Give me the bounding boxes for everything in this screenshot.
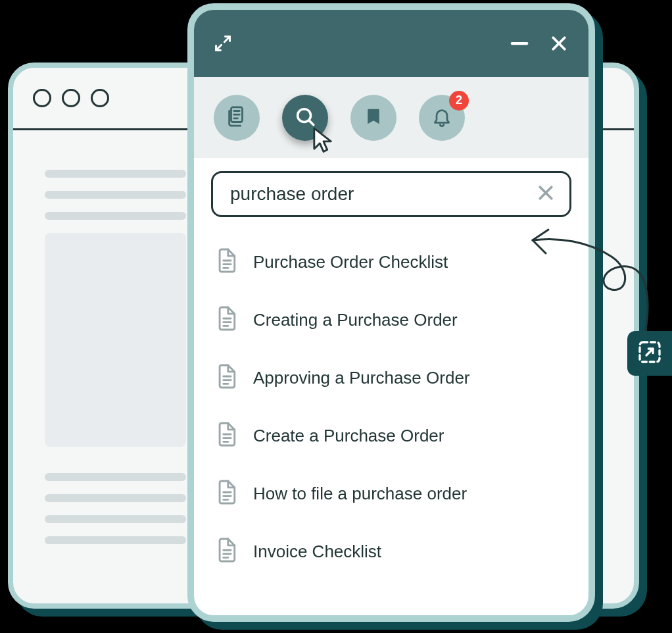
document-icon <box>215 479 237 508</box>
panel-toolbar: 2 <box>194 77 588 158</box>
placeholder-line <box>45 170 186 178</box>
search-result-item[interactable]: Invoice Checklist <box>212 522 570 580</box>
window-dot <box>33 89 51 107</box>
placeholder-line <box>45 536 186 544</box>
document-icon <box>215 305 237 334</box>
svg-line-7 <box>309 120 313 124</box>
close-icon[interactable] <box>549 34 569 53</box>
bookmark-icon <box>364 107 383 129</box>
notifications-button[interactable]: 2 <box>419 95 465 141</box>
placeholder-line <box>45 191 186 199</box>
result-label: Creating a Purchase Order <box>253 310 458 330</box>
side-widget-button[interactable] <box>627 331 672 376</box>
search-result-item[interactable]: Purchase Order Checklist <box>212 233 570 291</box>
open-widget-icon <box>636 339 663 368</box>
search-result-item[interactable]: Approving a Purchase Order <box>212 349 570 407</box>
document-icon <box>215 537 237 566</box>
placeholder-line <box>45 515 186 523</box>
search-result-item[interactable]: Creating a Purchase Order <box>212 291 570 349</box>
window-dot <box>62 89 80 107</box>
document-icon <box>215 363 237 392</box>
search-result-item[interactable]: Create a Purchase Order <box>212 407 570 465</box>
result-label: Create a Purchase Order <box>253 426 444 446</box>
search-panel-window: 2 Purchase Order Checklist Creating a Pu… <box>187 3 595 622</box>
bookmarks-button[interactable] <box>350 95 396 141</box>
panel-titlebar <box>194 10 588 77</box>
result-label: How to file a purchase order <box>253 484 467 504</box>
minimize-icon[interactable] <box>508 32 531 55</box>
document-icon <box>215 247 237 276</box>
result-label: Invoice Checklist <box>253 542 381 562</box>
bell-icon <box>431 106 452 130</box>
result-label: Approving a Purchase Order <box>253 368 470 388</box>
notification-badge: 2 <box>449 91 469 111</box>
close-icon <box>536 183 556 205</box>
document-stack-icon <box>226 105 248 130</box>
window-dot <box>91 89 109 107</box>
search-icon <box>294 105 316 130</box>
placeholder-line <box>45 212 186 220</box>
placeholder-line <box>45 494 186 502</box>
documents-button[interactable] <box>214 95 260 141</box>
search-input[interactable] <box>229 183 526 205</box>
search-box[interactable] <box>211 171 571 217</box>
placeholder-line <box>45 473 186 481</box>
search-results: Purchase Order Checklist Creating a Purc… <box>194 224 588 615</box>
document-icon <box>215 421 237 450</box>
clear-search-button[interactable] <box>533 181 559 207</box>
placeholder-block <box>45 233 186 447</box>
result-label: Purchase Order Checklist <box>253 252 448 272</box>
expand-icon[interactable] <box>214 34 232 53</box>
search-button[interactable] <box>282 95 328 141</box>
search-result-item[interactable]: How to file a purchase order <box>212 465 570 522</box>
